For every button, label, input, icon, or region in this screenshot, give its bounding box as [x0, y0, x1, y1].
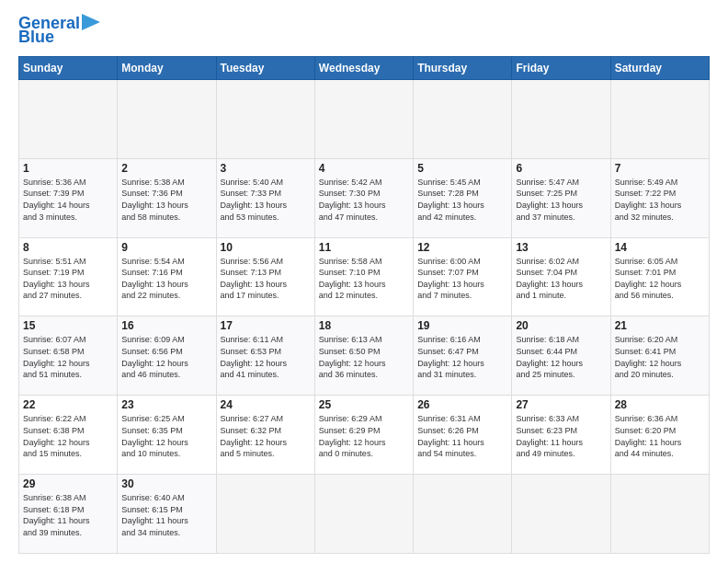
day-info: Sunrise: 5:54 AM Sunset: 7:16 PM Dayligh… [121, 256, 211, 302]
day-info: Sunrise: 6:13 AM Sunset: 6:50 PM Dayligh… [319, 334, 409, 380]
day-info: Sunrise: 5:56 AM Sunset: 7:13 PM Dayligh… [221, 256, 311, 302]
day-cell: 24Sunrise: 6:27 AM Sunset: 6:32 PM Dayli… [216, 396, 314, 475]
day-number: 26 [417, 398, 507, 411]
day-cell: 12Sunrise: 6:00 AM Sunset: 7:07 PM Dayli… [414, 237, 512, 316]
day-cell: 26Sunrise: 6:31 AM Sunset: 6:26 PM Dayli… [414, 396, 512, 475]
logo-blue: Blue [18, 28, 54, 47]
day-info: Sunrise: 6:09 AM Sunset: 6:56 PM Dayligh… [121, 334, 211, 380]
day-info: Sunrise: 6:07 AM Sunset: 6:58 PM Dayligh… [23, 334, 113, 380]
calendar-week-row: 29Sunrise: 6:38 AM Sunset: 6:18 PM Dayli… [19, 475, 710, 554]
day-number: 10 [221, 241, 311, 254]
empty-cell [414, 475, 512, 554]
day-info: Sunrise: 6:02 AM Sunset: 7:04 PM Dayligh… [516, 256, 606, 302]
day-number: 17 [221, 319, 311, 332]
day-info: Sunrise: 6:27 AM Sunset: 6:32 PM Dayligh… [221, 413, 311, 459]
day-cell: 4Sunrise: 5:42 AM Sunset: 7:30 PM Daylig… [314, 158, 413, 237]
day-number: 28 [615, 398, 705, 411]
svg-marker-0 [82, 14, 100, 30]
day-info: Sunrise: 6:16 AM Sunset: 6:47 PM Dayligh… [417, 334, 507, 380]
weekday-header-wednesday: Wednesday [314, 57, 413, 80]
day-cell: 2Sunrise: 5:38 AM Sunset: 7:36 PM Daylig… [118, 158, 216, 237]
day-number: 21 [615, 319, 705, 332]
day-info: Sunrise: 5:47 AM Sunset: 7:25 PM Dayligh… [516, 177, 606, 223]
day-info: Sunrise: 5:49 AM Sunset: 7:22 PM Dayligh… [615, 177, 705, 223]
day-info: Sunrise: 5:58 AM Sunset: 7:10 PM Dayligh… [319, 256, 409, 302]
day-info: Sunrise: 6:05 AM Sunset: 7:01 PM Dayligh… [615, 256, 705, 302]
calendar-week-row: 22Sunrise: 6:22 AM Sunset: 6:38 PM Dayli… [19, 396, 710, 475]
calendar-week-row [19, 80, 710, 159]
day-info: Sunrise: 5:40 AM Sunset: 7:33 PM Dayligh… [221, 177, 311, 223]
calendar-week-row: 8Sunrise: 5:51 AM Sunset: 7:19 PM Daylig… [19, 237, 710, 316]
day-info: Sunrise: 6:31 AM Sunset: 6:26 PM Dayligh… [417, 413, 507, 459]
weekday-header-monday: Monday [118, 57, 216, 80]
day-cell: 27Sunrise: 6:33 AM Sunset: 6:23 PM Dayli… [512, 396, 610, 475]
empty-cell [314, 475, 413, 554]
weekday-header-saturday: Saturday [610, 57, 709, 80]
day-number: 15 [23, 319, 113, 332]
day-cell: 17Sunrise: 6:11 AM Sunset: 6:53 PM Dayli… [216, 316, 314, 396]
day-info: Sunrise: 6:33 AM Sunset: 6:23 PM Dayligh… [516, 413, 606, 459]
empty-cell [414, 80, 512, 159]
day-cell: 18Sunrise: 6:13 AM Sunset: 6:50 PM Dayli… [314, 316, 413, 396]
day-info: Sunrise: 6:20 AM Sunset: 6:41 PM Dayligh… [615, 334, 705, 380]
day-number: 29 [23, 477, 113, 490]
calendar-week-row: 15Sunrise: 6:07 AM Sunset: 6:58 PM Dayli… [19, 316, 710, 396]
day-cell: 3Sunrise: 5:40 AM Sunset: 7:33 PM Daylig… [216, 158, 314, 237]
day-cell: 21Sunrise: 6:20 AM Sunset: 6:41 PM Dayli… [610, 316, 709, 396]
day-cell: 20Sunrise: 6:18 AM Sunset: 6:44 PM Dayli… [512, 316, 610, 396]
empty-cell [610, 475, 709, 554]
day-number: 5 [417, 162, 507, 175]
day-cell: 16Sunrise: 6:09 AM Sunset: 6:56 PM Dayli… [118, 316, 216, 396]
weekday-header-sunday: Sunday [19, 57, 118, 80]
empty-cell [19, 80, 118, 159]
day-info: Sunrise: 6:25 AM Sunset: 6:35 PM Dayligh… [121, 413, 211, 459]
day-number: 11 [319, 241, 409, 254]
day-cell: 23Sunrise: 6:25 AM Sunset: 6:35 PM Dayli… [118, 396, 216, 475]
empty-cell [216, 475, 314, 554]
logo-arrow-icon [82, 14, 100, 30]
day-cell: 29Sunrise: 6:38 AM Sunset: 6:18 PM Dayli… [19, 475, 118, 554]
weekday-header-friday: Friday [512, 57, 610, 80]
day-cell: 19Sunrise: 6:16 AM Sunset: 6:47 PM Dayli… [414, 316, 512, 396]
day-info: Sunrise: 6:22 AM Sunset: 6:38 PM Dayligh… [23, 413, 113, 459]
day-info: Sunrise: 6:36 AM Sunset: 6:20 PM Dayligh… [615, 413, 705, 459]
day-number: 16 [121, 319, 211, 332]
day-number: 22 [23, 398, 113, 411]
day-number: 30 [121, 477, 211, 490]
weekday-header-row: SundayMondayTuesdayWednesdayThursdayFrid… [19, 57, 710, 80]
day-info: Sunrise: 6:40 AM Sunset: 6:15 PM Dayligh… [121, 492, 211, 538]
day-number: 6 [516, 162, 606, 175]
day-cell: 28Sunrise: 6:36 AM Sunset: 6:20 PM Dayli… [610, 396, 709, 475]
day-number: 24 [221, 398, 311, 411]
day-number: 19 [417, 319, 507, 332]
day-cell: 15Sunrise: 6:07 AM Sunset: 6:58 PM Dayli… [19, 316, 118, 396]
logo: General Blue [18, 15, 100, 47]
weekday-header-tuesday: Tuesday [216, 57, 314, 80]
day-info: Sunrise: 5:36 AM Sunset: 7:39 PM Dayligh… [23, 177, 113, 223]
day-number: 25 [319, 398, 409, 411]
day-number: 7 [615, 162, 705, 175]
day-cell: 5Sunrise: 5:45 AM Sunset: 7:28 PM Daylig… [414, 158, 512, 237]
day-info: Sunrise: 6:18 AM Sunset: 6:44 PM Dayligh… [516, 334, 606, 380]
day-cell: 8Sunrise: 5:51 AM Sunset: 7:19 PM Daylig… [19, 237, 118, 316]
calendar-week-row: 1Sunrise: 5:36 AM Sunset: 7:39 PM Daylig… [19, 158, 710, 237]
day-number: 4 [319, 162, 409, 175]
day-cell: 9Sunrise: 5:54 AM Sunset: 7:16 PM Daylig… [118, 237, 216, 316]
day-cell: 22Sunrise: 6:22 AM Sunset: 6:38 PM Dayli… [19, 396, 118, 475]
empty-cell [512, 475, 610, 554]
day-info: Sunrise: 6:29 AM Sunset: 6:29 PM Dayligh… [319, 413, 409, 459]
day-cell: 10Sunrise: 5:56 AM Sunset: 7:13 PM Dayli… [216, 237, 314, 316]
empty-cell [610, 80, 709, 159]
day-number: 18 [319, 319, 409, 332]
day-number: 1 [23, 162, 113, 175]
day-info: Sunrise: 5:38 AM Sunset: 7:36 PM Dayligh… [121, 177, 211, 223]
day-info: Sunrise: 6:00 AM Sunset: 7:07 PM Dayligh… [417, 256, 507, 302]
day-info: Sunrise: 6:11 AM Sunset: 6:53 PM Dayligh… [221, 334, 311, 380]
day-info: Sunrise: 5:51 AM Sunset: 7:19 PM Dayligh… [23, 256, 113, 302]
day-cell: 13Sunrise: 6:02 AM Sunset: 7:04 PM Dayli… [512, 237, 610, 316]
day-cell: 25Sunrise: 6:29 AM Sunset: 6:29 PM Dayli… [314, 396, 413, 475]
day-cell: 14Sunrise: 6:05 AM Sunset: 7:01 PM Dayli… [610, 237, 709, 316]
empty-cell [512, 80, 610, 159]
header: General Blue [18, 15, 710, 47]
day-number: 12 [417, 241, 507, 254]
